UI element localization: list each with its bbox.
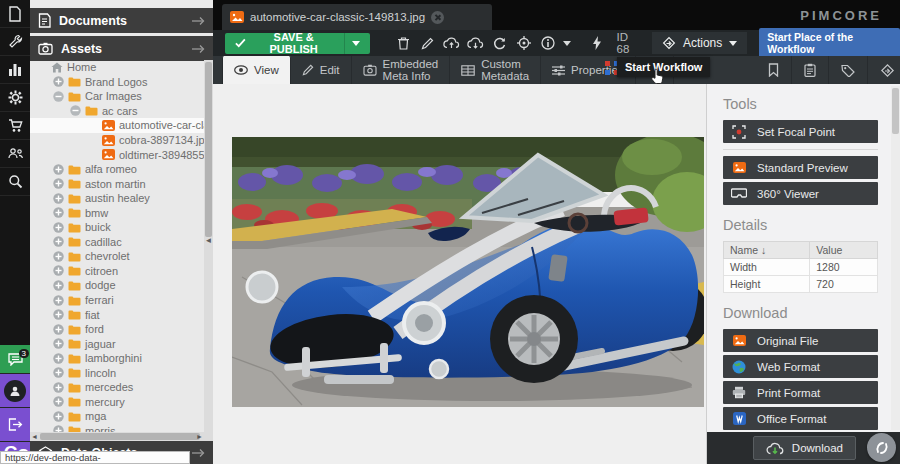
scroll-right-arrow[interactable]: ► (195, 433, 204, 440)
plus-expander-icon[interactable] (53, 193, 64, 204)
tab-embedded-meta-info[interactable]: Embedded Meta Info (352, 56, 451, 84)
documents-panel-header[interactable]: Documents (30, 8, 213, 33)
tab-edit[interactable]: Edit (291, 56, 352, 84)
lightning-icon[interactable] (585, 33, 609, 53)
download-file-button[interactable] (464, 33, 488, 53)
plus-expander-icon[interactable] (53, 309, 64, 320)
file-icon[interactable] (0, 0, 30, 28)
tree-item[interactable]: mercedes (30, 380, 204, 395)
tree-item[interactable]: lamborghini (30, 351, 204, 366)
scroll-left-arrow[interactable]: ◄ (30, 433, 39, 440)
tree-item[interactable]: lincoln (30, 365, 204, 380)
minus-expander-icon[interactable] (53, 91, 64, 102)
plus-expander-icon[interactable] (53, 207, 64, 218)
tree-item[interactable]: aston martin (30, 176, 204, 191)
reload-button[interactable] (488, 33, 512, 53)
viewer-360-button[interactable]: 360° Viewer (723, 182, 878, 205)
scrollbar-thumb[interactable] (205, 62, 212, 237)
download-original-file-button[interactable]: Original File (723, 329, 878, 352)
rename-button[interactable] (416, 33, 440, 53)
plus-expander-icon[interactable] (53, 324, 64, 335)
tree-item[interactable]: dodge (30, 278, 204, 293)
search-icon[interactable] (0, 168, 30, 196)
tab-workflow[interactable] (868, 56, 900, 84)
tree-item[interactable]: cadillac (30, 235, 204, 250)
tree-item[interactable]: cobra-3897134.jpg (30, 133, 204, 148)
tab-custom-metadata[interactable]: Custom Metadata (450, 56, 541, 84)
details-value-header[interactable]: Value (810, 242, 878, 259)
tree-horizontal-scrollbar[interactable]: ◄ ► (30, 432, 204, 441)
tab-notes-events[interactable] (792, 56, 829, 84)
tree-item[interactable]: alfa romeo (30, 162, 204, 177)
plus-expander-icon[interactable] (53, 280, 64, 291)
tree-item[interactable]: buick (30, 220, 204, 235)
delete-button[interactable] (392, 33, 416, 53)
logout-icon[interactable] (0, 408, 30, 442)
widget-button[interactable] (867, 433, 896, 462)
download-button[interactable]: Download (753, 436, 856, 460)
plus-expander-icon[interactable] (53, 411, 64, 422)
tree-item[interactable]: bmw (30, 205, 204, 220)
plus-expander-icon[interactable] (53, 222, 64, 233)
shopping-cart-icon[interactable] (0, 112, 30, 140)
close-icon[interactable] (431, 11, 444, 24)
download-print-format-button[interactable]: Print Format (723, 381, 878, 404)
focal-point-button[interactable] (512, 33, 536, 53)
plus-expander-icon[interactable] (53, 236, 64, 247)
upload-button[interactable] (440, 33, 464, 53)
plus-expander-icon[interactable] (53, 353, 64, 364)
tree-item[interactable]: Car Images (30, 89, 204, 104)
info-button[interactable] (536, 33, 560, 53)
tree-item[interactable]: fiat (30, 307, 204, 322)
tree-item[interactable]: ford (30, 322, 204, 337)
tree-item[interactable]: Home (30, 60, 204, 75)
chevron-down-icon[interactable] (352, 41, 360, 46)
bar-chart-icon[interactable] (0, 56, 30, 84)
tree-item[interactable]: citroen (30, 264, 204, 279)
gear-icon[interactable] (0, 84, 30, 112)
scrollbar-thumb[interactable] (892, 88, 899, 134)
actions-button[interactable]: Actions (652, 32, 747, 54)
asset-preview-image[interactable] (232, 137, 704, 407)
scrollbar-thumb[interactable] (40, 433, 200, 440)
tree-item[interactable]: austin healey (30, 191, 204, 206)
tree-item[interactable]: automotive-car-classic-14 (30, 118, 204, 133)
plus-expander-icon[interactable] (53, 295, 64, 306)
panel-scrollbar[interactable] (891, 86, 900, 430)
tree-item[interactable]: oldtimer-3894855.jpg (30, 147, 204, 162)
users-icon[interactable] (0, 140, 30, 168)
plus-expander-icon[interactable] (53, 382, 64, 393)
assets-panel-header[interactable]: Assets (30, 36, 213, 61)
tree-item[interactable]: ac cars (30, 104, 204, 119)
plus-expander-icon[interactable] (53, 265, 64, 276)
plus-expander-icon[interactable] (53, 367, 64, 378)
info-dropdown-caret[interactable] (560, 33, 574, 53)
plus-expander-icon[interactable] (53, 178, 64, 189)
plus-expander-icon[interactable] (53, 251, 64, 262)
plus-expander-icon[interactable] (53, 76, 64, 87)
download-office-format-button[interactable]: Office Format (723, 407, 878, 430)
tree-item[interactable]: jaguar (30, 336, 204, 351)
download-web-format-button[interactable]: Web Format (723, 355, 878, 378)
tab-schedule[interactable] (756, 56, 792, 84)
details-name-header[interactable]: Name ↓ (724, 242, 810, 259)
standard-preview-button[interactable]: Standard Preview (723, 156, 878, 179)
tree-item[interactable]: ferrari (30, 293, 204, 308)
tree-item[interactable]: Brand Logos (30, 75, 204, 90)
tree-item[interactable]: mercury (30, 395, 204, 410)
user-avatar-button[interactable] (0, 374, 30, 408)
set-focal-point-button[interactable]: Set Focal Point (723, 120, 878, 143)
plus-expander-icon[interactable] (53, 396, 64, 407)
tab-view[interactable]: View (222, 56, 291, 84)
panel-collapse-handle[interactable]: ◄ (204, 232, 213, 248)
wrench-icon[interactable] (0, 28, 30, 56)
tab-tags[interactable] (829, 56, 868, 84)
asset-tab[interactable]: automotive-car-classic-149813.jpg (222, 4, 492, 30)
chat-button[interactable]: 3 (0, 345, 30, 374)
tree-item[interactable]: mga (30, 409, 204, 424)
plus-expander-icon[interactable] (53, 338, 64, 349)
tree-item[interactable]: chevrolet (30, 249, 204, 264)
tree-vertical-scrollbar[interactable] (204, 60, 213, 441)
save-publish-button[interactable]: SAVE & PUBLISH (225, 33, 370, 54)
minus-expander-icon[interactable] (70, 105, 81, 116)
